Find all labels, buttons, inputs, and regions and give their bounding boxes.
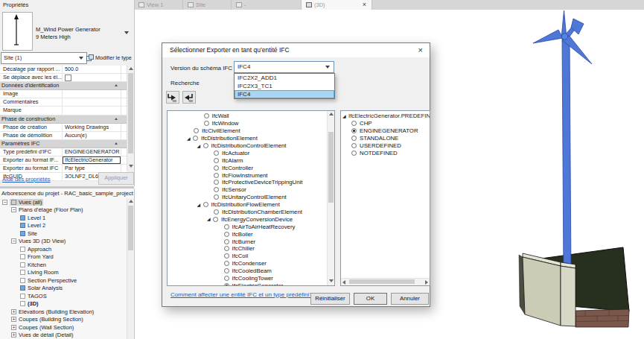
- radio-icon[interactable]: [214, 180, 219, 185]
- radio-icon[interactable]: [214, 173, 219, 178]
- browser-item[interactable]: −Plans d'étage (Floor Plan): [0, 206, 127, 215]
- property-row[interactable]: Se déplace avec les él...: [0, 74, 127, 82]
- ifc-entity-row[interactable]: IfcCondenser: [224, 260, 328, 267]
- predefined-option-row[interactable]: NOTDEFINED: [351, 149, 430, 156]
- ifc-entity-row[interactable]: IfcCoolingTower: [224, 275, 328, 282]
- radio-icon[interactable]: [351, 136, 357, 141]
- dialog-titlebar[interactable]: Sélectionner Exporter en tant qu’entité …: [162, 43, 430, 57]
- radio-icon[interactable]: [214, 194, 219, 200]
- dropdown-option[interactable]: IFC2X2_ADD1: [235, 74, 334, 82]
- browser-item[interactable]: Level 2: [0, 222, 127, 230]
- tree-expander-icon[interactable]: ◢: [342, 114, 348, 118]
- scrollbar-thumb[interactable]: [128, 73, 133, 153]
- expand-plus-icon[interactable]: +: [11, 332, 16, 338]
- property-row[interactable]: Marque: [0, 107, 127, 115]
- scrollbar-thumb[interactable]: [349, 279, 415, 284]
- property-value[interactable]: Working Drawings: [63, 124, 121, 131]
- browser-item[interactable]: TAGOS: [0, 292, 127, 300]
- radio-icon[interactable]: [224, 276, 229, 281]
- collapse-minus-icon[interactable]: −: [11, 207, 16, 212]
- collapse-minus-icon[interactable]: −: [11, 238, 16, 244]
- ifc-entity-row[interactable]: ◢IfcDistributionFlowElement: [197, 201, 328, 209]
- expand-all-button[interactable]: [166, 91, 179, 104]
- tree-expander-icon[interactable]: ◢: [197, 144, 203, 148]
- ifc-entity-row[interactable]: IfcController: [214, 164, 328, 171]
- browser-item[interactable]: −Vues (all): [0, 198, 127, 206]
- browser-item[interactable]: (3D): [0, 300, 127, 308]
- radio-icon[interactable]: [224, 268, 229, 273]
- collapse-all-button[interactable]: [182, 91, 196, 104]
- property-value[interactable]: Par type: [63, 165, 121, 172]
- radio-icon[interactable]: [204, 113, 209, 118]
- ifc-entity-row[interactable]: IfcCoil: [224, 253, 328, 260]
- ifc-entity-row[interactable]: IfcAirToAirHeatRecovery: [224, 223, 328, 230]
- predefined-option-row[interactable]: ENGINEGENERATOR: [351, 127, 430, 135]
- browser-item[interactable]: Solar Analysis: [0, 285, 127, 293]
- ifc-entity-row[interactable]: ◢IfcDistributionControlElement: [197, 142, 328, 150]
- browser-item[interactable]: From Yard: [0, 253, 127, 262]
- expand-plus-icon[interactable]: +: [11, 309, 16, 314]
- modify-type-button[interactable]: Modifier le type: [86, 52, 133, 64]
- radio-icon[interactable]: [214, 209, 219, 215]
- scrollbar-thumb[interactable]: [328, 132, 334, 203]
- radio-icon[interactable]: [204, 121, 209, 126]
- type-selector[interactable]: Site (1): [1, 52, 87, 64]
- radio-icon[interactable]: [224, 261, 229, 266]
- browser-item[interactable]: Living Room: [0, 269, 127, 277]
- browser-item[interactable]: +Vues de détail (Detail): [0, 332, 127, 339]
- predefined-type-header[interactable]: ◢IfcElectricGenerator.PREDEFINEDTYPE: [342, 113, 430, 120]
- view-tab-site[interactable]: Site: [183, 0, 232, 10]
- view-tab-3d[interactable]: (3D)×: [302, 0, 372, 10]
- ifc-entity-row[interactable]: IfcAlarm: [214, 156, 328, 164]
- scroll-down-icon[interactable]: [129, 165, 133, 168]
- property-group-header[interactable]: Phase de construction: [0, 115, 127, 124]
- property-value[interactable]: Aucun(e): [63, 132, 121, 139]
- ifc-entity-row[interactable]: IfcFlowInstrument: [214, 171, 328, 179]
- radio-icon[interactable]: [194, 128, 199, 133]
- property-value[interactable]: [63, 98, 121, 106]
- radio-icon[interactable]: [214, 165, 219, 171]
- browser-item[interactable]: +Elévations (Building Elevation): [0, 308, 127, 316]
- dropdown-option[interactable]: IFC2X3_TC1: [235, 82, 334, 90]
- checkbox[interactable]: [65, 75, 71, 81]
- ifc-entity-row[interactable]: IfcActuator: [214, 149, 328, 156]
- property-value[interactable]: ENGINEGENERATOR: [63, 148, 121, 156]
- tree-expander-icon[interactable]: ◢: [187, 136, 193, 141]
- tree-expander-icon[interactable]: ◢: [207, 217, 213, 221]
- browser-item[interactable]: +Coupes (Wall Section): [0, 323, 127, 332]
- scroll-up-icon[interactable]: [129, 67, 133, 70]
- type-dropdown-icon[interactable]: [124, 31, 129, 34]
- collapse-minus-icon[interactable]: −: [2, 200, 7, 205]
- apply-button[interactable]: Appliquer: [98, 172, 134, 185]
- property-row[interactable]: Commentaires: [0, 98, 127, 107]
- ok-button[interactable]: OK: [354, 293, 387, 305]
- radio-icon[interactable]: [351, 151, 357, 156]
- radio-icon[interactable]: [214, 187, 219, 192]
- radio-icon[interactable]: [224, 224, 229, 229]
- browser-item[interactable]: −Vues 3D (3D View): [0, 238, 127, 246]
- properties-help-link[interactable]: Aide des propriétés: [2, 176, 51, 183]
- ifc-entity-row[interactable]: IfcUnitaryControlElement: [214, 194, 328, 201]
- radio-icon[interactable]: [214, 151, 219, 156]
- radio-icon[interactable]: [224, 253, 229, 259]
- predefined-option-row[interactable]: STANDALONE: [351, 135, 430, 142]
- ifc-entity-row[interactable]: IfcDistributionChamberElement: [214, 209, 328, 216]
- predefined-option-row[interactable]: USERDEFINED: [351, 142, 430, 150]
- scroll-left-icon[interactable]: [342, 280, 345, 285]
- browser-scrollbar[interactable]: [127, 198, 134, 339]
- property-group-header[interactable]: Paramètres IFC: [0, 140, 127, 148]
- radio-icon[interactable]: [224, 232, 229, 237]
- property-value[interactable]: IfcElectricGenerator: [63, 156, 121, 164]
- ifc-entity-row[interactable]: IfcCivilElement: [194, 127, 328, 135]
- cancel-button[interactable]: Annuler: [391, 293, 429, 305]
- scroll-right-icon[interactable]: [425, 280, 428, 285]
- entity-tree-scrollbar[interactable]: [327, 111, 334, 285]
- property-row[interactable]: Phase de démolitionAucun(e): [0, 132, 127, 140]
- ifc-entity-row[interactable]: IfcSensor: [214, 186, 328, 194]
- radio-icon[interactable]: [351, 121, 357, 126]
- radio-icon[interactable]: [193, 136, 198, 141]
- property-row[interactable]: Image: [0, 90, 127, 98]
- ifc-entity-row[interactable]: ◢IfcDistributionElement: [187, 135, 328, 142]
- dropdown-option[interactable]: IFC4: [235, 90, 334, 98]
- radio-icon[interactable]: [224, 283, 229, 286]
